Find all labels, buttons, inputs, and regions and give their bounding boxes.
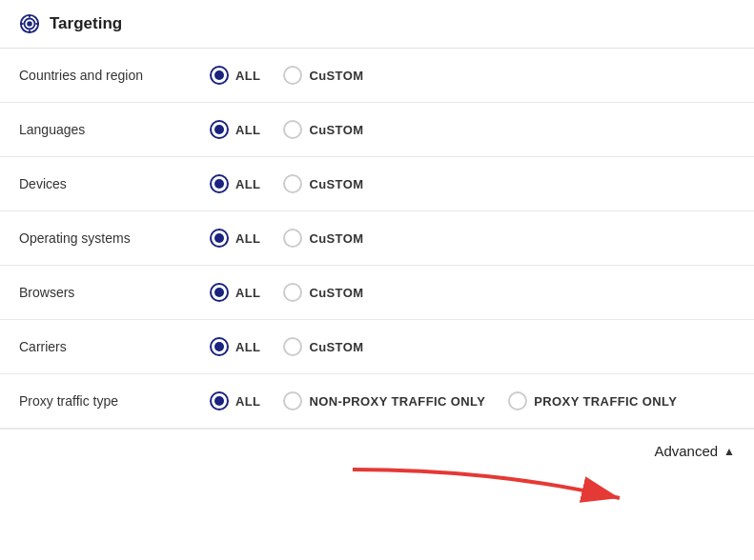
label-languages: Languages	[19, 122, 210, 137]
targeting-page: Targeting Countries and regionALLCuSTOML…	[0, 0, 754, 560]
radio-option-proxy-traffic-all[interactable]: ALL	[210, 391, 260, 410]
radio-label-carriers-all: ALL	[235, 340, 260, 354]
radio-option-operating-systems-all[interactable]: ALL	[210, 229, 260, 248]
radio-option-languages-custom[interactable]: CuSTOM	[283, 120, 363, 139]
radio-circle-proxy-traffic-all	[210, 391, 229, 410]
radio-label-countries-all: ALL	[235, 69, 260, 83]
radio-group-browsers: ALLCuSTOM	[210, 283, 363, 302]
label-operating-systems: Operating systems	[19, 230, 210, 246]
chevron-up-icon: ▲	[723, 445, 735, 458]
radio-label-browsers-custom: CuSTOM	[309, 286, 363, 300]
radio-label-operating-systems-all: ALL	[235, 231, 260, 246]
radio-group-proxy-traffic: ALLNON-PROXY TRAFFIC ONLYPROXY TRAFFIC O…	[210, 391, 677, 410]
label-carriers: Carriers	[19, 339, 210, 354]
row-devices: DevicesALLCuSTOM	[0, 157, 754, 211]
radio-circle-countries-custom	[283, 66, 302, 85]
radio-option-countries-all[interactable]: ALL	[210, 66, 260, 85]
radio-circle-countries-all	[210, 66, 229, 85]
page-title: Targeting	[50, 14, 122, 33]
radio-circle-devices-custom	[283, 174, 302, 193]
label-devices: Devices	[19, 176, 210, 191]
radio-label-devices-custom: CuSTOM	[309, 177, 363, 191]
radio-label-countries-custom: CuSTOM	[309, 69, 363, 83]
radio-label-languages-all: ALL	[235, 123, 260, 137]
radio-circle-operating-systems-custom	[283, 229, 302, 248]
radio-circle-languages-all	[210, 120, 229, 139]
footer-row: Advanced ▲	[0, 429, 754, 472]
rows-container: Countries and regionALLCuSTOMLanguagesAL…	[0, 49, 754, 429]
radio-circle-operating-systems-all	[210, 229, 229, 248]
label-proxy-traffic: Proxy traffic type	[19, 393, 210, 409]
radio-option-operating-systems-custom[interactable]: CuSTOM	[283, 229, 363, 248]
page-header: Targeting	[0, 0, 754, 49]
row-proxy-traffic: Proxy traffic typeALLNON-PROXY TRAFFIC O…	[0, 374, 754, 429]
radio-label-proxy-traffic-all: ALL	[235, 394, 260, 409]
row-carriers: CarriersALLCuSTOM	[0, 320, 754, 374]
radio-group-languages: ALLCuSTOM	[210, 120, 363, 139]
radio-group-countries: ALLCuSTOM	[210, 66, 363, 85]
radio-circle-proxy-traffic-non-proxy	[283, 391, 302, 410]
radio-circle-carriers-all	[210, 337, 229, 356]
radio-circle-languages-custom	[283, 120, 302, 139]
svg-point-2	[28, 22, 31, 26]
label-browsers: Browsers	[19, 285, 210, 300]
radio-label-devices-all: ALL	[235, 177, 260, 191]
radio-option-proxy-traffic-non-proxy[interactable]: NON-PROXY TRAFFIC ONLY	[283, 391, 485, 410]
radio-option-countries-custom[interactable]: CuSTOM	[283, 66, 363, 85]
radio-label-proxy-traffic-proxy: PROXY TRAFFIC ONLY	[534, 394, 677, 409]
row-browsers: BrowsersALLCuSTOM	[0, 266, 754, 320]
radio-option-languages-all[interactable]: ALL	[210, 120, 260, 139]
radio-group-operating-systems: ALLCuSTOM	[210, 229, 363, 248]
radio-group-devices: ALLCuSTOM	[210, 174, 363, 193]
radio-option-devices-all[interactable]: ALL	[210, 174, 260, 193]
row-languages: LanguagesALLCuSTOM	[0, 103, 754, 157]
advanced-button[interactable]: Advanced ▲	[654, 443, 735, 459]
radio-label-proxy-traffic-non-proxy: NON-PROXY TRAFFIC ONLY	[309, 394, 485, 409]
radio-circle-browsers-all	[210, 283, 229, 302]
radio-circle-devices-all	[210, 174, 229, 193]
row-countries: Countries and regionALLCuSTOM	[0, 49, 754, 103]
radio-circle-carriers-custom	[283, 337, 302, 356]
label-countries: Countries and region	[19, 68, 210, 83]
radio-circle-proxy-traffic-proxy	[508, 391, 527, 410]
radio-option-carriers-custom[interactable]: CuSTOM	[283, 337, 363, 356]
radio-label-languages-custom: CuSTOM	[309, 123, 363, 137]
radio-group-carriers: ALLCuSTOM	[210, 337, 363, 356]
radio-label-operating-systems-custom: CuSTOM	[309, 231, 363, 246]
row-operating-systems: Operating systemsALLCuSTOM	[0, 211, 754, 266]
advanced-label: Advanced	[654, 443, 718, 459]
radio-option-devices-custom[interactable]: CuSTOM	[283, 174, 363, 193]
radio-label-browsers-all: ALL	[235, 286, 260, 300]
radio-option-proxy-traffic-proxy[interactable]: PROXY TRAFFIC ONLY	[508, 391, 677, 410]
radio-circle-browsers-custom	[283, 283, 302, 302]
radio-option-carriers-all[interactable]: ALL	[210, 337, 260, 356]
target-icon	[19, 13, 40, 34]
radio-option-browsers-custom[interactable]: CuSTOM	[283, 283, 363, 302]
radio-option-browsers-all[interactable]: ALL	[210, 283, 260, 302]
radio-label-carriers-custom: CuSTOM	[309, 340, 363, 354]
